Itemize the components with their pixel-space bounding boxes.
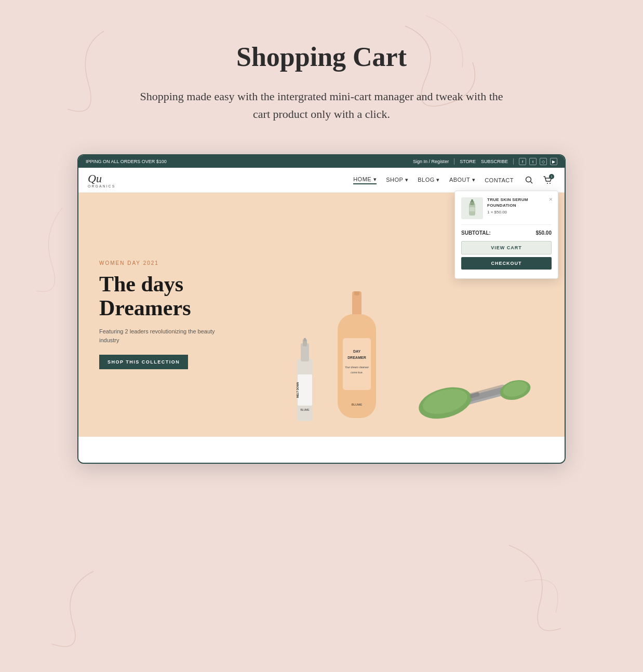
svg-point-0: [526, 177, 531, 182]
mini-cart-popup: × TRUE SKIN SERUM FOUNDATION 1 × $5: [454, 191, 558, 279]
svg-rect-11: [304, 338, 306, 341]
svg-point-3: [550, 183, 551, 184]
svg-text:DREAMER: DREAMER: [347, 356, 366, 359]
store-link[interactable]: STORE: [460, 159, 476, 164]
cart-item-image: [461, 197, 483, 219]
mini-cart-close-button[interactable]: ×: [549, 195, 553, 204]
top-bar: IPPING ON ALL ORDERS OVER $100 Sign In /…: [78, 155, 565, 168]
svg-line-1: [531, 181, 533, 183]
youtube-icon[interactable]: ▶: [550, 158, 557, 165]
sign-in-link[interactable]: Sign In / Register: [413, 159, 449, 164]
nav-shop[interactable]: SHOP ▾: [386, 177, 408, 183]
svg-text:BLUME: BLUME: [352, 403, 363, 406]
nav-contact[interactable]: CONTACT: [485, 177, 514, 183]
facebook-icon[interactable]: f: [519, 158, 526, 165]
cart-item-price: 1 × $50.00: [487, 210, 552, 214]
jade-roller-product: [414, 364, 539, 426]
hero-text: WOMEN DAY 2021 The days Dreamers Featuri…: [99, 260, 234, 369]
page-subtitle: Shopping made easy with the intergrated …: [135, 88, 508, 123]
divider2: [513, 158, 514, 165]
social-links: f t ◇ ▶: [519, 158, 557, 165]
logo-sub: ORGANICS: [88, 184, 115, 188]
cart-item-name: TRUE SKIN SERUM FOUNDATION: [487, 197, 552, 208]
svg-rect-16: [354, 291, 359, 295]
hero-title: The days Dreamers: [99, 272, 234, 320]
svg-rect-12: [298, 374, 312, 406]
nav-icons: 1: [522, 173, 555, 187]
svg-text:come true.: come true.: [351, 371, 363, 374]
svg-text:MELT DOWN: MELT DOWN: [296, 382, 299, 398]
cart-item-info: TRUE SKIN SERUM FOUNDATION 1 × $50.00: [487, 197, 552, 214]
subtotal-value: $50.00: [535, 230, 552, 236]
svg-rect-6: [471, 199, 473, 202]
view-cart-button[interactable]: VIEW CART: [461, 241, 552, 254]
shipping-notice: IPPING ON ALL ORDERS OVER $100: [86, 159, 167, 164]
nav-home[interactable]: HOME ▾: [353, 176, 377, 184]
nav-bar: Qu ORGANICS HOME ▾ SHOP ▾ BLOG ▾ ABOUT ▾…: [78, 168, 565, 193]
melt-down-product: MELT DOWN BLUME: [289, 338, 320, 426]
search-button[interactable]: [522, 173, 537, 187]
search-icon: [525, 176, 533, 184]
browser-mockup: IPPING ON ALL ORDERS OVER $100 Sign In /…: [77, 154, 566, 464]
divider: [454, 158, 454, 165]
checkout-button[interactable]: CHECKOUT: [461, 257, 552, 270]
hero-subtitle: Featuring 2 leaders revolutionizing the …: [99, 327, 234, 344]
instagram-icon[interactable]: ◇: [540, 158, 547, 165]
svg-text:DAY: DAY: [353, 350, 360, 353]
svg-text:BLUME: BLUME: [300, 408, 310, 411]
subscribe-link[interactable]: SUBSCRIBE: [481, 159, 508, 164]
svg-rect-18: [343, 338, 371, 390]
hero-bottom: [78, 437, 565, 463]
nav-about[interactable]: ABOUT ▾: [449, 177, 475, 183]
cart-item: TRUE SKIN SERUM FOUNDATION 1 × $50.00: [461, 197, 552, 225]
shop-collection-button[interactable]: SHOP THIS COLLECTION: [99, 355, 188, 369]
nav-links: HOME ▾ SHOP ▾ BLOG ▾ ABOUT ▾ CONTACT: [353, 176, 514, 184]
cart-button[interactable]: 1: [541, 173, 555, 187]
logo-container[interactable]: Qu ORGANICS: [88, 172, 115, 188]
logo: Qu: [88, 172, 115, 185]
cart-badge: 1: [549, 174, 554, 179]
day-dreamer-product: DAY DREAMER Your dream cleanser come tru…: [333, 291, 380, 426]
twitter-icon[interactable]: t: [529, 158, 537, 165]
page-title: Shopping Cart: [236, 42, 407, 72]
cart-subtotal: SUBTOTAL: $50.00: [461, 230, 552, 236]
svg-rect-7: [470, 207, 475, 211]
hero-tag: WOMEN DAY 2021: [99, 260, 234, 266]
nav-blog[interactable]: BLOG ▾: [418, 177, 440, 183]
subtotal-label: SUBTOTAL:: [461, 230, 491, 236]
svg-text:Your dream cleanser: Your dream cleanser: [345, 366, 369, 369]
product-image: [465, 199, 479, 218]
svg-point-2: [547, 183, 548, 184]
